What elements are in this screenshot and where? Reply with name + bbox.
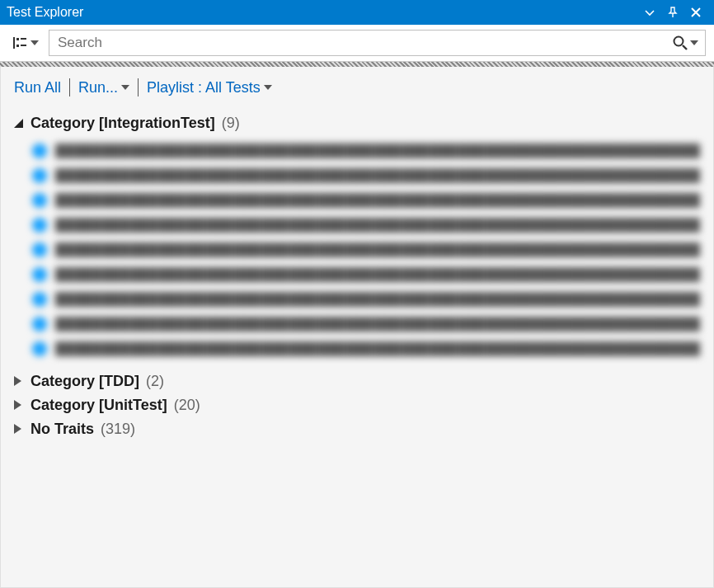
group-label: Category [IntegrationTest]	[31, 115, 215, 132]
svg-rect-3	[21, 45, 26, 46]
tree-group[interactable]: No Traits (319)	[14, 417, 700, 441]
pin-button[interactable]	[661, 1, 684, 24]
tree-group[interactable]: Category [UnitTest] (20)	[14, 393, 700, 417]
status-icon	[32, 242, 47, 257]
test-name: ████████████████████████████████████████…	[55, 267, 700, 282]
test-item[interactable]: ████████████████████████████████████████…	[32, 262, 700, 287]
test-name: ████████████████████████████████████████…	[55, 193, 700, 208]
group-label: No Traits	[31, 421, 94, 438]
status-icon	[32, 168, 47, 183]
test-item[interactable]: ████████████████████████████████████████…	[32, 139, 700, 163]
group-count: (9)	[222, 115, 240, 132]
run-dropdown[interactable]: Run...	[78, 79, 129, 96]
test-item[interactable]: ████████████████████████████████████████…	[32, 336, 700, 361]
title-bar: Test Explorer	[0, 0, 714, 25]
test-name: ████████████████████████████████████████…	[55, 292, 700, 307]
test-item[interactable]: ████████████████████████████████████████…	[32, 312, 700, 336]
playlist-dropdown[interactable]: Playlist : All Tests	[147, 79, 272, 96]
test-item[interactable]: ████████████████████████████████████████…	[32, 213, 700, 238]
expand-toggle-icon	[14, 373, 24, 390]
chevron-down-icon	[264, 85, 272, 90]
group-count: (2)	[146, 373, 164, 390]
expand-toggle-icon	[14, 397, 24, 414]
status-icon	[32, 292, 47, 307]
search-icon	[672, 35, 688, 51]
group-children: ████████████████████████████████████████…	[32, 139, 700, 361]
separator	[69, 78, 70, 96]
group-label: Category [TDD]	[31, 373, 139, 390]
panel-body: Run All Run... Playlist : All Tests Cate…	[0, 67, 714, 588]
test-name: ████████████████████████████████████████…	[55, 143, 700, 158]
svg-rect-0	[16, 38, 19, 40]
toolbar	[0, 25, 714, 62]
svg-rect-2	[16, 45, 19, 47]
separator	[138, 78, 139, 96]
tree-group[interactable]: Category [IntegrationTest] (9)	[14, 111, 700, 135]
playlist-label: Playlist : All Tests	[147, 79, 261, 96]
status-icon	[32, 317, 47, 332]
group-count: (20)	[174, 397, 200, 414]
run-all-link[interactable]: Run All	[14, 79, 61, 96]
test-tree: Category [IntegrationTest] (9) █████████…	[14, 111, 700, 441]
svg-rect-1	[21, 38, 26, 40]
status-icon	[32, 341, 47, 356]
expand-toggle-icon	[14, 421, 24, 438]
test-name: ████████████████████████████████████████…	[55, 242, 700, 257]
test-name: ████████████████████████████████████████…	[55, 218, 700, 233]
status-icon	[32, 143, 47, 158]
chevron-down-icon	[690, 40, 698, 45]
tree-group[interactable]: Category [TDD] (2)	[14, 369, 700, 393]
test-item[interactable]: ████████████████████████████████████████…	[32, 163, 700, 188]
group-by-button[interactable]	[8, 33, 42, 53]
svg-point-4	[674, 37, 683, 46]
test-item[interactable]: ████████████████████████████████████████…	[32, 287, 700, 312]
test-name: ████████████████████████████████████████…	[55, 317, 700, 332]
group-count: (319)	[101, 421, 135, 438]
search-button[interactable]	[665, 35, 705, 51]
test-name: ████████████████████████████████████████…	[55, 168, 700, 183]
close-button[interactable]	[684, 1, 707, 24]
chevron-down-icon	[31, 40, 39, 45]
chevron-down-icon	[121, 85, 129, 90]
window-dropdown-button[interactable]	[638, 1, 661, 24]
run-label: Run...	[78, 79, 118, 96]
search-box	[49, 30, 706, 56]
test-name: ████████████████████████████████████████…	[55, 341, 700, 356]
status-icon	[32, 267, 47, 282]
status-icon	[32, 218, 47, 233]
window-title: Test Explorer	[7, 5, 638, 20]
test-item[interactable]: ████████████████████████████████████████…	[32, 238, 700, 262]
expand-toggle-icon	[14, 115, 24, 132]
action-bar: Run All Run... Playlist : All Tests	[14, 78, 700, 96]
group-label: Category [UnitTest]	[31, 397, 167, 414]
search-input[interactable]	[49, 35, 665, 51]
status-icon	[32, 193, 47, 208]
test-item[interactable]: ████████████████████████████████████████…	[32, 188, 700, 213]
